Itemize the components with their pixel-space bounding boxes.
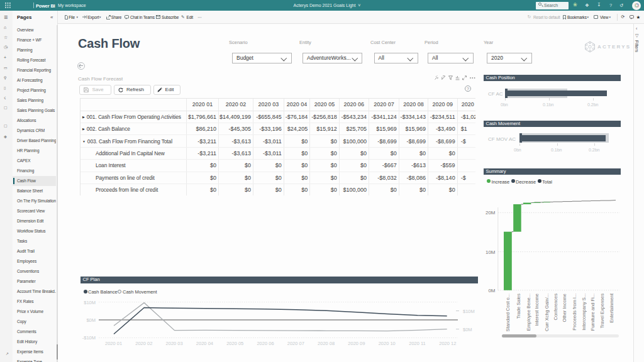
svg-text:-$10M: -$10M xyxy=(82,335,96,341)
svg-text:$10M: $10M xyxy=(463,309,475,314)
svg-text:10M: 10M xyxy=(486,250,496,255)
svg-text:$0M: $0M xyxy=(86,317,96,323)
svg-text:20M: 20M xyxy=(486,210,496,216)
svg-text:$0M: $0M xyxy=(463,327,472,332)
svg-text:0M: 0M xyxy=(488,288,495,293)
svg-text:$10M: $10M xyxy=(84,300,96,305)
